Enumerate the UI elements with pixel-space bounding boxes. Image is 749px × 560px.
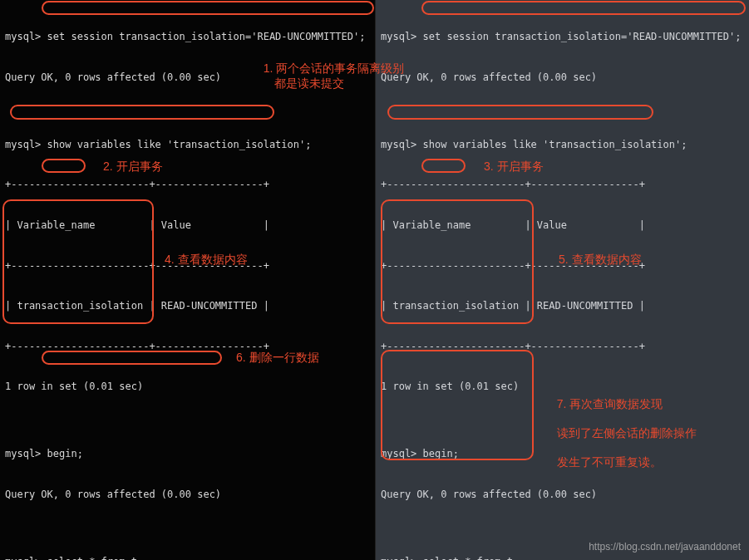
table-border: +-----------------------+---------------… xyxy=(5,178,370,191)
table-header: | Variable_name | Value | xyxy=(381,219,744,232)
terminal-left[interactable]: mysql> set session transaction_isolation… xyxy=(0,0,376,560)
cmd-begin: mysql> begin; xyxy=(381,447,744,460)
output-line: 1 row in set (0.01 sec) xyxy=(381,380,744,393)
terminal-right[interactable]: mysql> set session transaction_isolation… xyxy=(376,0,749,560)
cmd-select: mysql> select * from t; xyxy=(381,555,744,560)
output-line: Query OK, 0 rows affected (0.00 sec) xyxy=(5,71,370,84)
table-border: +-----------------------+---------------… xyxy=(381,178,744,191)
cmd-begin: mysql> begin; xyxy=(5,447,370,460)
output-line: 1 row in set (0.01 sec) xyxy=(5,380,370,393)
output-line: Query OK, 0 rows affected (0.00 sec) xyxy=(381,488,744,501)
cmd-show-variables: mysql> show variables like 'transaction_… xyxy=(5,138,370,151)
output-line: Query OK, 0 rows affected (0.00 sec) xyxy=(381,71,744,84)
cmd-select: mysql> select * from t; xyxy=(5,555,370,560)
cmd-set-isolation: mysql> set session transaction_isolation… xyxy=(5,30,370,43)
cmd-show-variables: mysql> show variables like 'transaction_… xyxy=(381,138,744,151)
table-border: +-----------------------+---------------… xyxy=(381,259,744,273)
table-border: +-----------------------+---------------… xyxy=(381,340,744,353)
table-border: +-----------------------+---------------… xyxy=(5,340,370,353)
table-header: | Variable_name | Value | xyxy=(5,219,370,232)
cmd-set-isolation: mysql> set session transaction_isolation… xyxy=(381,30,744,43)
output-line: Query OK, 0 rows affected (0.00 sec) xyxy=(5,488,370,501)
table-border: +-----------------------+---------------… xyxy=(5,259,370,273)
table-row: | transaction_isolation | READ-UNCOMMITT… xyxy=(5,299,370,312)
table-row: | transaction_isolation | READ-UNCOMMITT… xyxy=(381,299,744,312)
